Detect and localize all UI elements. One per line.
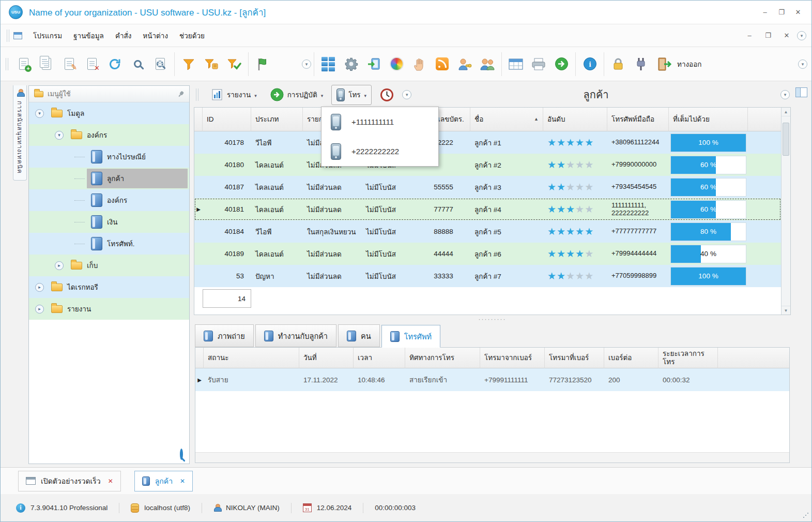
plug-button[interactable]	[630, 51, 652, 78]
advanced-search-button[interactable]	[149, 51, 172, 78]
tree-item[interactable]: โทรศัพท์.	[29, 233, 189, 255]
detail-tab-3[interactable]: โทรศัพท์	[381, 325, 440, 348]
user-groups-button[interactable]	[476, 51, 499, 78]
mdi-restore-button[interactable]: ❐	[760, 29, 776, 42]
menubar-overflow-button[interactable]	[797, 31, 806, 40]
copy-record-button[interactable]	[35, 51, 58, 78]
tree-item[interactable]: องค์กร	[29, 189, 189, 211]
tech-support-tab[interactable]: การสนับสนุนทางเทคนิค	[13, 85, 27, 181]
layout-grid-button[interactable]	[317, 51, 340, 78]
export-button[interactable]	[550, 51, 573, 78]
tree-item[interactable]: ลูกค้า	[29, 168, 189, 189]
detail-tab-0[interactable]: ภาพถ่าย	[195, 324, 254, 347]
column-header-type[interactable]: ประเภท	[251, 108, 303, 131]
actions-button[interactable]: การปฏิบัติ	[265, 84, 329, 105]
table-row[interactable]: 40189ไคลเอนต์ไม่มีส่วนลดไม่มีโบนัส44444ล…	[194, 243, 781, 265]
user-permissions-button[interactable]	[453, 51, 476, 78]
call-number-item-0[interactable]: +1111111111	[321, 107, 438, 137]
flag-button[interactable]	[251, 51, 274, 78]
table-row[interactable]: 40180ไคลเอนต์ไม่มีส่วนลดไม่มีโบนัสลูกค้า…	[194, 154, 781, 176]
tree-expander-icon[interactable]	[55, 261, 64, 270]
edit-record-button[interactable]: ✎	[58, 51, 81, 78]
calls-column-header-ext[interactable]: เบอร์ต่อ	[604, 348, 658, 368]
column-header-rating[interactable]: อันดับ	[543, 108, 607, 131]
menu-item-0[interactable]: โปรแกรม	[27, 28, 68, 43]
settings-button[interactable]	[340, 51, 362, 78]
grid-toolbar-overflow-button[interactable]	[402, 90, 411, 99]
info-button[interactable]: i	[578, 51, 601, 78]
refresh-button[interactable]	[103, 51, 126, 78]
detail-tab-2[interactable]: คน	[338, 324, 380, 347]
menu-item-2[interactable]: คำสั่ง	[110, 28, 137, 43]
tree-expander-icon[interactable]	[35, 109, 44, 118]
new-record-button[interactable]: +	[12, 51, 35, 78]
close-tab-icon[interactable]: ✕	[108, 478, 113, 485]
detail-tab-1[interactable]: ทำงานกับลูกค้า	[255, 324, 336, 347]
pin-icon[interactable]	[177, 90, 186, 98]
filter-button[interactable]	[177, 51, 200, 78]
vertical-scrollbar[interactable]: ▲ ▼	[781, 108, 790, 315]
scroll-track[interactable]	[782, 116, 790, 306]
import-button[interactable]	[362, 51, 385, 78]
tree-item[interactable]: เก็บ	[29, 255, 189, 276]
side-panel-icon[interactable]	[795, 87, 807, 97]
delete-record-button[interactable]: ✕	[81, 51, 103, 78]
table-row[interactable]: 53ปัญหาไม่มีส่วนลดไม่มีโบนัส33333ลูกค้า …	[194, 265, 781, 287]
toolbar-overflow-right-button[interactable]	[798, 59, 807, 69]
tree-item[interactable]: รายงาน	[29, 298, 189, 320]
table-row[interactable]: 40187ไคลเอนต์ไม่มีส่วนลดไม่มีโบนัส55555ล…	[194, 176, 781, 198]
table-row[interactable]: 40181ไคลเอนต์ไม่มีส่วนลดไม่มีโบนัส77777ล…	[194, 198, 781, 220]
column-header-filled[interactable]: ที่เต็มไปด้วย	[669, 108, 748, 131]
column-header-name[interactable]: ชื่อ	[470, 108, 543, 131]
tree-expander-icon[interactable]	[35, 305, 44, 314]
calls-column-header-time[interactable]: เวลา	[354, 348, 405, 368]
grid-toolbar-right-overflow-button[interactable]	[780, 90, 790, 99]
calls-column-header-direction[interactable]: ทิศทางการโทร	[405, 348, 480, 368]
column-header-id[interactable]: ID	[203, 108, 251, 131]
table-row[interactable]: 40178วีไอพีไม่มีส่วนลดไม่มีโบนัส22222ลูก…	[194, 131, 781, 154]
exit-button[interactable]: ทางออก	[652, 51, 707, 78]
calls-column-header-status[interactable]: สถานะ	[204, 348, 299, 368]
search-button[interactable]	[126, 51, 149, 78]
filter-apply-button[interactable]	[223, 51, 246, 78]
calls-column-header-to[interactable]: โทรมาที่เบอร์	[545, 348, 604, 368]
table-view-button[interactable]	[504, 51, 527, 78]
document-tab-0[interactable]: เปิดตัวอย่างรวดเร็ว✕	[18, 471, 121, 491]
window-menu-icon[interactable]	[13, 32, 22, 39]
grid-toolbar-grip[interactable]	[196, 88, 198, 101]
drag-hand-button[interactable]	[408, 51, 431, 78]
menu-item-1[interactable]: ฐานข้อมูล	[68, 28, 110, 43]
menu-item-4[interactable]: ช่วยด้วย	[174, 28, 210, 43]
report-button[interactable]: รายงาน	[206, 85, 262, 105]
resize-grip[interactable]	[802, 513, 808, 519]
tree-item[interactable]: องค์กร	[29, 124, 189, 146]
close-tab-icon[interactable]: ✕	[180, 478, 185, 485]
minimize-button[interactable]: –	[757, 6, 773, 19]
tree-item[interactable]: ไดเรกทอรี	[29, 276, 189, 298]
horizontal-splitter[interactable]	[194, 315, 791, 323]
tree-expander-icon[interactable]	[35, 283, 44, 292]
close-button[interactable]: ✕	[790, 6, 806, 19]
toolbar-grip[interactable]	[6, 58, 8, 70]
color-wheel-button[interactable]	[385, 51, 408, 78]
scroll-down-button[interactable]: ▼	[782, 306, 790, 315]
mdi-close-button[interactable]: ✕	[778, 29, 795, 42]
tree-item[interactable]: ทางไปรษณีย์	[29, 146, 189, 168]
call-number-item-1[interactable]: +2222222222	[321, 137, 438, 166]
column-header-phone[interactable]: โทรศัพท์มือถือ	[607, 108, 669, 131]
print-button[interactable]	[527, 51, 550, 78]
menu-item-3[interactable]: หน้าต่าง	[137, 28, 174, 43]
calls-column-header-duration[interactable]: ระยะเวลาการโทร	[658, 348, 718, 368]
lock-button[interactable]	[607, 51, 630, 78]
calls-column-header-date[interactable]: วันที่	[299, 348, 354, 368]
toolbar-overflow-left-button[interactable]	[302, 59, 311, 69]
menubar-grip[interactable]	[7, 29, 9, 42]
scroll-up-button[interactable]: ▲	[782, 108, 790, 116]
mdi-minimize-button[interactable]: –	[741, 29, 758, 42]
maximize-button[interactable]: ❐	[773, 6, 790, 19]
call-button[interactable]: โทร	[331, 85, 372, 105]
clock-button[interactable]	[375, 84, 399, 106]
tree-search-button[interactable]	[180, 450, 183, 458]
document-tab-1[interactable]: ลูกค้า✕	[134, 471, 193, 491]
table-row[interactable]: 40184วีไอพีในสกุลเงินหยวนไม่มีโบนัส88888…	[194, 220, 781, 243]
